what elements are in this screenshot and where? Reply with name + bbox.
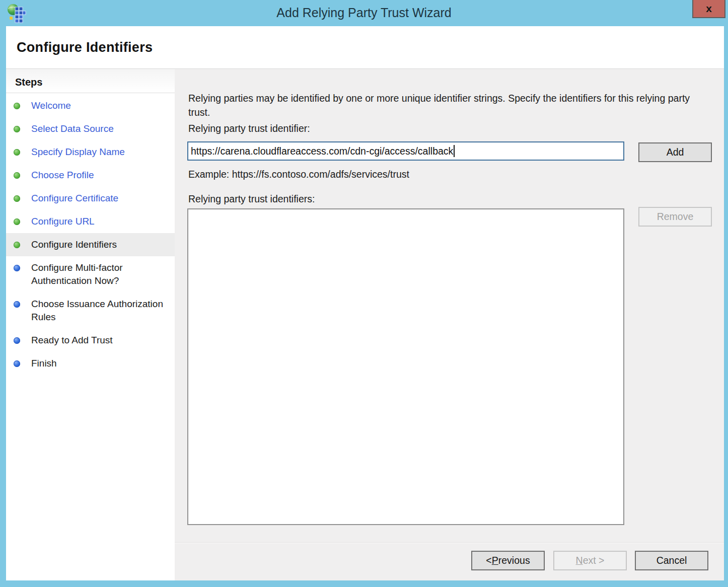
step-status-dot-icon [14, 126, 20, 132]
identifier-input-value: https://carena.cloudflareaccess.com/cdn-… [191, 145, 453, 157]
step-label: Specify Display Name [31, 146, 125, 157]
add-button[interactable]: Add [638, 142, 712, 162]
step-status-dot-icon [14, 242, 20, 248]
page-header: Configure Identifiers [6, 26, 724, 69]
sidebar-item-configure-certificate[interactable]: Configure Certificate [6, 187, 175, 210]
step-label: Finish [31, 358, 57, 369]
cancel-button[interactable]: Cancel [635, 551, 708, 570]
sidebar-item-choose-profile[interactable]: Choose Profile [6, 164, 175, 187]
identifiers-listbox[interactable] [187, 208, 624, 525]
step-status-dot-icon [14, 218, 20, 225]
sidebar-item-finish: Finish [6, 352, 175, 375]
step-label: Configure Certificate [31, 193, 118, 203]
step-label: Ready to Add Trust [31, 335, 113, 345]
step-status-dot-icon [14, 301, 20, 308]
identifiers-list-label: Relying party trust identifiers: [188, 193, 315, 205]
sidebar-item-ready-to-add-trust: Ready to Add Trust [6, 329, 175, 352]
steps-panel: Steps Welcome Select Data Source Specify… [6, 69, 175, 580]
sidebar-item-configure-url[interactable]: Configure URL [6, 210, 175, 233]
identifier-label: Relying party trust identifier: [188, 123, 310, 134]
step-status-dot-icon [14, 172, 20, 179]
intro-text: Relying parties may be identified by one… [188, 91, 708, 119]
page-title: Configure Identifiers [17, 40, 153, 55]
step-label: Choose Profile [31, 170, 94, 180]
sidebar-item-select-data-source[interactable]: Select Data Source [6, 117, 175, 140]
next-button[interactable]: Next > [553, 551, 627, 570]
window-title: Add Relying Party Trust Wizard [0, 0, 728, 26]
step-label: Configure Identifiers [31, 239, 117, 250]
identifier-input[interactable]: https://carena.cloudflareaccess.com/cdn-… [187, 141, 624, 161]
step-status-dot-icon [14, 103, 20, 109]
example-text: Example: https://fs.contoso.com/adfs/ser… [188, 169, 409, 180]
steps-list: Welcome Select Data Source Specify Displ… [6, 94, 175, 375]
titlebar: Add Relying Party Trust Wizard x [0, 0, 728, 26]
step-status-dot-icon [14, 265, 20, 271]
content-pane: Relying parties may be identified by one… [175, 69, 724, 542]
step-label: Select Data Source [31, 123, 114, 134]
previous-button[interactable]: < Previous [471, 551, 545, 570]
sidebar-item-configure-multi-factor-authentication-now: Configure Multi-factor Authentication No… [6, 256, 175, 292]
step-status-dot-icon [14, 337, 20, 344]
close-x-icon: x [706, 3, 712, 15]
step-label: Welcome [31, 100, 71, 111]
step-status-dot-icon [14, 149, 20, 156]
sidebar-item-specify-display-name[interactable]: Specify Display Name [6, 140, 175, 164]
steps-title: Steps [6, 69, 175, 93]
step-label: Configure URL [31, 216, 95, 227]
step-status-dot-icon [14, 360, 20, 367]
remove-button[interactable]: Remove [638, 207, 712, 227]
wizard-window: Add Relying Party Trust Wizard x Configu… [0, 0, 728, 587]
step-label: Configure Multi-factor Authentication No… [31, 262, 123, 286]
step-label: Choose Issuance Authorization Rules [31, 299, 163, 322]
sidebar-item-welcome[interactable]: Welcome [6, 94, 175, 117]
sidebar-item-choose-issuance-authorization-rules: Choose Issuance Authorization Rules [6, 292, 175, 329]
step-status-dot-icon [14, 195, 20, 202]
close-button[interactable]: x [692, 0, 725, 18]
wizard-footer: < Previous Next > Cancel [175, 542, 724, 580]
text-caret [454, 145, 455, 157]
sidebar-item-configure-identifiers: Configure Identifiers [6, 233, 175, 256]
